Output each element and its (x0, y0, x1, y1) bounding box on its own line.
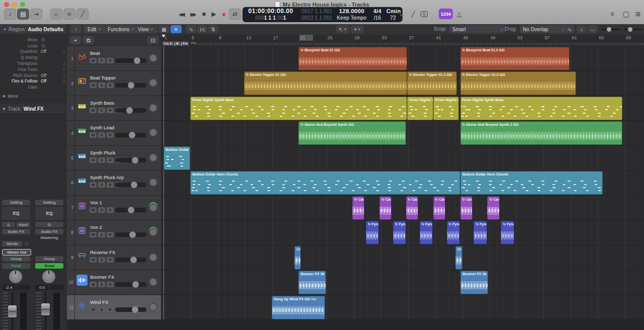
count-in-button[interactable]: 1234 (439, 9, 453, 19)
volume-slider-handle[interactable] (129, 231, 136, 238)
quick-help-button[interactable]: ⇥ (30, 9, 42, 20)
strip-group-button[interactable]: Group (2, 256, 30, 262)
list-view-button[interactable]: ≡ (171, 25, 182, 33)
track-lane[interactable] (161, 270, 644, 295)
lcd-display[interactable]: 01:00:00:00.00 0001 1 1 001 0017 1 1 001… (243, 7, 403, 22)
volume-slider-handle[interactable] (134, 57, 140, 64)
track-inspector-header[interactable]: ▶ Track: Wind FX (0, 104, 67, 114)
vertical-auto-zoom-button[interactable]: ↕ (577, 25, 587, 33)
fader-handle[interactable] (8, 305, 17, 317)
track-name[interactable]: Synth Lead (90, 125, 114, 130)
pan-knob[interactable] (42, 270, 55, 283)
region[interactable]: Bottom Dollar Ho (164, 146, 190, 170)
stepper-icon[interactable]: ↕ (63, 49, 65, 54)
region[interactable]: Fever Nights Synth Bass (190, 97, 407, 120)
record-enable-button[interactable]: R (107, 207, 114, 213)
track-header-row[interactable]: 2Beat TopperMSR (67, 71, 161, 96)
marquee-button[interactable]: [×] (197, 25, 207, 33)
region[interactable]: ↻ Blueprint Beat 01.3 ΩΩ (460, 47, 570, 70)
record-enable-button[interactable]: R (107, 257, 114, 263)
tuner-button[interactable]: ╱ (408, 9, 419, 20)
track-name[interactable]: Wind FX (90, 299, 108, 305)
volume-slider-handle[interactable] (132, 306, 138, 313)
inspector-toggle-button[interactable]: ▤ (17, 9, 29, 20)
metronome-button[interactable]: △ (454, 9, 465, 20)
track-name[interactable]: Beat (90, 50, 100, 56)
strip-format-button[interactable]: ◎ (2, 222, 15, 227)
region[interactable]: ↻ Above And Beyond Synth ΩΩ (298, 121, 406, 145)
mute-button[interactable]: M (90, 307, 97, 312)
secondary-tool-menu[interactable]: +∨ (351, 25, 364, 33)
track-header-row[interactable]: 7Vox 1MSR (67, 196, 161, 220)
volume-slider[interactable] (115, 307, 146, 312)
smart-controls-button[interactable]: ☼ (50, 9, 62, 20)
toolbar-toggle-button[interactable]: ⊞ (633, 9, 643, 20)
strip-input-button[interactable]: Input (16, 222, 30, 227)
record-enable-button[interactable]: R (107, 132, 114, 138)
view-menu[interactable]: View∨ (134, 25, 157, 33)
record-enable-button[interactable]: R (107, 232, 114, 237)
region-inspector-header[interactable]: ▼ Region: Audio Defaults (0, 24, 67, 35)
solo-button[interactable]: S (98, 182, 105, 188)
region[interactable]: ↻ Fynn (447, 221, 460, 244)
track-header-row[interactable]: 9Reverse FXMSR (67, 245, 161, 270)
volume-slider[interactable] (115, 58, 146, 63)
mute-button[interactable]: M (90, 157, 97, 163)
playhead-marker[interactable] (162, 35, 166, 38)
volume-value[interactable]: 0.0 (35, 285, 49, 290)
mute-button[interactable]: M (90, 132, 97, 138)
volume-slider-handle[interactable] (126, 107, 133, 114)
mute-button[interactable]: M (90, 58, 97, 63)
drag-select[interactable]: No Overlap↕ (520, 25, 567, 33)
stop-button[interactable]: ■ (198, 9, 209, 20)
record-enable-button[interactable]: R (107, 282, 114, 287)
strip-audio-fx-button[interactable]: Audio FX (35, 229, 63, 234)
pan-knob[interactable] (149, 153, 157, 162)
region[interactable]: ↻ Electro Topper 01.3 ΩΩ (460, 71, 576, 95)
track-lane[interactable] (161, 245, 644, 270)
solo-button[interactable]: S (98, 58, 105, 63)
region[interactable]: ↻ Fynn (366, 221, 379, 244)
stepper-icon[interactable]: ↕ (63, 73, 65, 77)
library-toggle-button[interactable]: ♪ (4, 9, 16, 20)
record-enable-button[interactable]: R (107, 157, 114, 163)
volume-slider[interactable] (115, 83, 146, 88)
record-enable-button[interactable]: R (107, 108, 114, 113)
vertical-zoom-slider[interactable] (624, 29, 642, 30)
list-editors-button[interactable]: ≡ (606, 9, 618, 20)
solo-button[interactable]: S (98, 282, 105, 287)
strip-eq-display[interactable]: EQ (2, 207, 30, 220)
track-header-row[interactable]: 8Vox 2MSR (67, 220, 161, 245)
region[interactable]: Hung Up Wind FX ΩΩ ½x (272, 296, 325, 319)
stepper-icon[interactable]: ↕ (63, 79, 65, 84)
mute-button[interactable]: M (90, 282, 97, 287)
region[interactable]: ↻ Carla (487, 196, 499, 220)
strip-sends-button[interactable]: Sends (2, 241, 22, 246)
volume-slider[interactable] (115, 158, 146, 162)
hide-track-header-button[interactable]: ↑ (70, 25, 82, 33)
region-parameter-row[interactable]: Fine Tune:↕ (0, 66, 67, 72)
track-name[interactable]: Beat Topper (90, 75, 116, 80)
bar-ruler[interactable]: 159131721252933374145495357616569 Cm E♭ … (161, 35, 644, 47)
region[interactable]: Fever Nights Sy (433, 97, 459, 120)
parameter-value[interactable]: Off (41, 49, 63, 54)
volume-slider[interactable] (115, 208, 146, 212)
volume-slider-handle[interactable] (128, 82, 134, 89)
volume-fader[interactable] (3, 292, 29, 330)
region[interactable]: Fever Nights Sy (407, 97, 433, 120)
track-header-row[interactable]: 11Wind FXMSR (67, 295, 161, 320)
send-knob[interactable] (24, 241, 29, 246)
volume-slider-handle[interactable] (128, 207, 134, 213)
region-parameter-row[interactable]: Loop: (0, 43, 67, 49)
volume-slider[interactable] (115, 258, 146, 262)
pan-knob[interactable] (149, 78, 157, 87)
pan-knob[interactable] (9, 270, 22, 283)
lcd-options-chevron-icon[interactable]: ∨ (399, 7, 403, 22)
mute-button[interactable]: M (90, 257, 97, 263)
track-name[interactable]: Synth Pluck (90, 150, 115, 155)
mute-button[interactable]: M (90, 182, 97, 188)
track-header-row[interactable]: 1BeatMSR (67, 46, 161, 71)
notes-button[interactable]: ◯ (620, 9, 632, 20)
region[interactable]: Boomer FX 26.1 (460, 271, 488, 294)
track-name[interactable]: Synth Bass (90, 100, 114, 106)
